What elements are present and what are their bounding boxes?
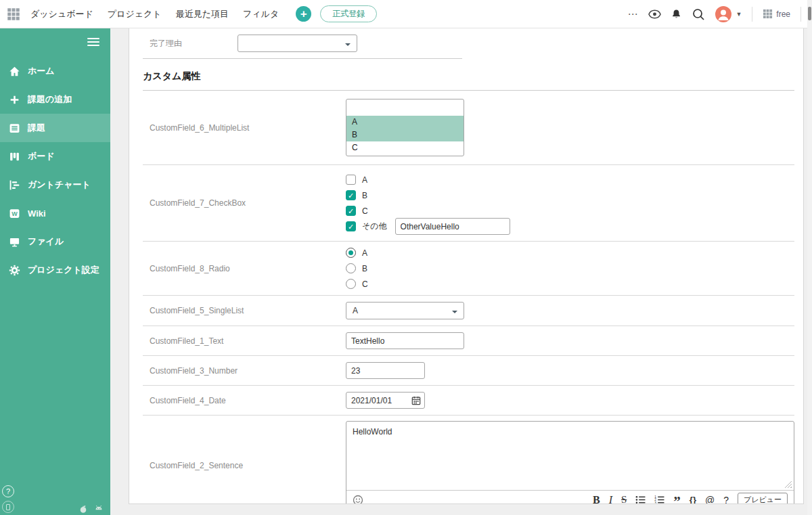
radio-icon[interactable] [346,279,356,289]
checkbox-label[interactable]: C [362,206,368,216]
radio-label[interactable]: C [362,279,368,289]
nav-dashboard[interactable]: ダッシュボード [30,8,93,20]
notifications-bell-icon[interactable] [671,9,681,19]
plan-indicator[interactable]: free [763,9,790,19]
sidebar-item-gantt[interactable]: ガントチャート [0,171,110,199]
editor-help-button[interactable]: ? [723,495,729,505]
sidebar-item-project-settings[interactable]: プロジェクト設定 [0,256,110,284]
register-button[interactable]: 正式登録 [320,5,377,22]
field-label: CustomField_6_MultipleList [143,123,346,133]
plan-label: free [776,9,790,19]
issue-list-icon [9,122,20,134]
checkbox-label[interactable]: その他 [362,221,387,232]
field-row-date: CustomField_4_Date [143,385,794,415]
sidebar-item-label: ボード [28,150,55,162]
sidebar-item-files[interactable]: ファイル [0,227,110,256]
nav-filter[interactable]: フィルタ [243,8,279,20]
sidebar-item-issues[interactable]: 課題 [0,114,110,142]
completion-reason-select[interactable] [238,35,357,52]
watch-eye-icon[interactable] [648,9,661,19]
scrollbar-thumb[interactable] [808,7,811,20]
radio-icon[interactable] [346,263,356,273]
calendar-icon[interactable] [411,396,421,405]
app-logo-icon[interactable] [7,7,20,21]
nav-projects[interactable]: プロジェクト [108,8,162,20]
page-scrollbar[interactable] [807,0,812,515]
menu-icon[interactable] [87,38,99,46]
search-icon[interactable] [692,7,705,21]
apple-icon[interactable] [78,504,88,514]
sidebar-item-add-issue[interactable]: 課題の追加 [0,85,110,114]
code-braces-button[interactable]: {} [690,495,696,504]
field-label: CustomField_2_Sentence [143,461,346,470]
radio-option-c[interactable]: C [346,278,794,290]
checkbox-icon[interactable] [346,190,356,200]
checkbox-label[interactable]: B [362,191,367,200]
markdown-editor: HelloWorld B I S [346,421,794,504]
overflow-menu-icon[interactable]: ⋯ [627,8,638,20]
other-value-input[interactable] [395,218,510,235]
checkbox-label[interactable]: A [362,175,367,185]
sidebar-item-wiki[interactable]: W Wiki [0,199,110,227]
list-option-a[interactable]: A [346,116,464,129]
emoji-icon[interactable] [353,495,363,505]
ordered-list-icon[interactable]: 123 [654,495,664,504]
gear-icon [9,265,20,276]
home-icon [9,66,20,77]
single-list-value: A [353,306,358,315]
sidebar-item-board[interactable]: ボード [0,142,110,171]
radio-icon[interactable] [346,248,356,258]
text-input[interactable] [346,332,464,349]
checkbox-option-other[interactable]: その他 [346,221,794,232]
sidebar-item-label: ホーム [28,65,55,77]
topbar-divider [752,7,752,22]
strikethrough-button[interactable]: S [621,495,627,504]
issue-form-card: 完了理由 カスタム属性 CustomField_6_MultipleList A… [129,28,804,504]
completion-reason-row: 完了理由 [143,28,794,58]
sidebar-item-home[interactable]: ホーム [0,57,110,85]
checkbox-icon[interactable] [346,175,356,185]
radio-label[interactable]: B [362,264,367,273]
bullet-list-icon[interactable] [635,495,646,504]
sentence-textarea[interactable]: HelloWorld [346,422,794,490]
field-label: CustomField_3_Number [143,366,346,376]
android-icon[interactable] [94,504,104,514]
sidebar-item-label: Wiki [28,208,46,219]
list-option-c[interactable]: C [346,141,464,154]
sidebar-item-label: ガントチャート [28,179,91,191]
avatar[interactable] [715,6,731,22]
mention-button[interactable]: @ [705,495,715,505]
checkbox-option-a[interactable]: A [346,174,794,185]
field-row-sentence: CustomField_2_Sentence HelloWorld B I [143,415,794,504]
quote-button[interactable]: ” [673,493,681,504]
italic-button[interactable]: I [609,495,612,505]
number-input[interactable] [346,362,425,379]
user-menu[interactable]: ▼ [715,6,742,22]
gantt-chart-icon [9,179,20,191]
plus-icon [9,94,20,106]
multiple-list-box[interactable]: A B C [346,99,464,156]
chevron-down-icon[interactable]: ▼ [736,11,742,18]
list-option-empty[interactable] [346,101,464,116]
checkbox-option-c[interactable]: C [346,205,794,217]
single-list-select[interactable]: A [346,302,464,319]
checkbox-icon[interactable] [346,206,356,216]
sidebar-item-label: プロジェクト設定 [28,264,99,276]
bold-button[interactable]: B [593,495,600,505]
checkbox-icon[interactable] [346,221,356,231]
radio-option-b[interactable]: B [346,263,794,274]
mobile-app-button[interactable] [2,501,14,513]
help-button[interactable]: ? [2,485,14,497]
field-row-radio: CustomField_8_Radio A B C [143,241,794,295]
topbar-divider [800,7,801,22]
checkbox-option-b[interactable]: B [346,189,794,201]
nav-recently-viewed[interactable]: 最近見た項目 [176,8,229,20]
field-label: CustomFiled_1_Text [143,336,346,346]
radio-option-a[interactable]: A [346,247,794,259]
list-option-b[interactable]: B [346,129,464,141]
section-title: カスタム属性 [143,70,794,83]
sidebar: ホーム 課題の追加 課題 ボード ガントチャート [0,28,110,515]
preview-button[interactable]: プレビュー [738,493,788,504]
radio-label[interactable]: A [362,248,367,258]
global-add-button[interactable]: + [296,6,311,22]
